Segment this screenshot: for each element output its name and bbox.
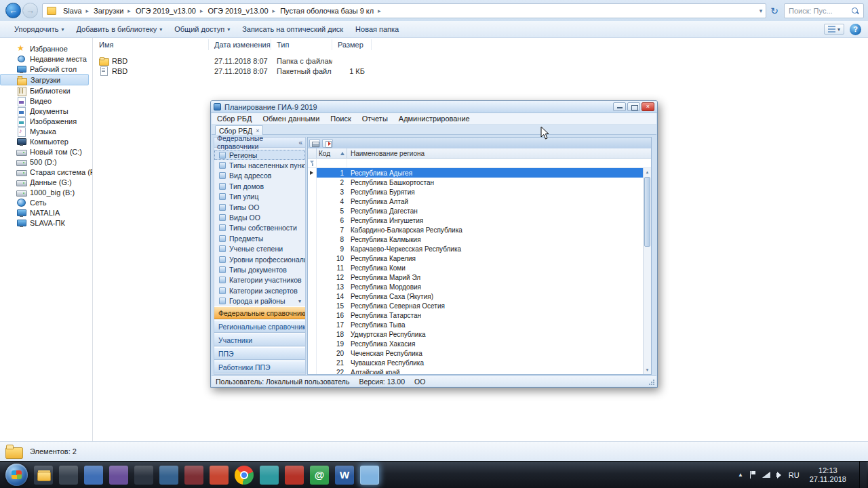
nav-pane-item[interactable]: Загрузки <box>0 74 89 85</box>
scroll-down-icon[interactable]: ▼ <box>644 366 651 374</box>
search-input[interactable]: Поиск: Пус... <box>784 3 864 18</box>
nav-pane-item[interactable]: Музыка <box>0 126 92 136</box>
breadcrumb-segment[interactable]: ОГЭ 2019_v13.00 <box>132 4 205 18</box>
table-row[interactable]: 15 Республика Северная Осетия <box>308 301 643 310</box>
reference-item[interactable]: Уровни профессионального обр... ▾ <box>214 254 305 264</box>
filter-code-cell[interactable] <box>317 159 347 167</box>
table-row[interactable]: 19 Республика Хакасия <box>308 339 643 348</box>
nav-pane-item[interactable]: SLAVA-ПК <box>0 218 92 228</box>
taskbar-icon[interactable] <box>235 466 254 485</box>
app-titlebar[interactable]: Планирование ГИА-9 2019 × <box>211 101 657 113</box>
action-center-icon[interactable] <box>749 471 756 479</box>
nav-pane-item[interactable]: 1000_big (B:) <box>0 187 92 197</box>
column-header-type[interactable]: Тип <box>271 39 332 50</box>
table-row[interactable]: 3 Республика Бурятия <box>308 187 643 197</box>
close-button[interactable]: × <box>642 102 654 111</box>
start-button[interactable] <box>5 464 28 486</box>
menu-item[interactable]: Поиск <box>330 115 351 123</box>
nav-pane-item[interactable]: Избранное <box>0 43 92 54</box>
breadcrumb-segment[interactable]: Загрузки <box>90 4 132 18</box>
toolbar-button[interactable]: Записать на оптический диск ▾ <box>236 23 349 35</box>
taskbar-icon[interactable] <box>285 466 304 485</box>
table-row[interactable]: 21 Чувашская Республика <box>308 358 643 367</box>
breadcrumb-segment[interactable]: Пустая оболочка базы 9 кл <box>277 4 382 18</box>
table-row[interactable]: 17 Республика Тыва <box>308 320 643 329</box>
scroll-up-icon[interactable]: ▲ <box>644 168 651 176</box>
table-row[interactable]: 11 Республика Коми <box>308 263 643 272</box>
nav-pane-item[interactable]: Видео <box>0 96 92 106</box>
menu-item[interactable]: Администрирование <box>399 115 470 123</box>
breadcrumb-segment[interactable]: Slava <box>60 4 90 18</box>
reference-item[interactable]: Типы ОО ▾ <box>214 202 305 212</box>
help-button[interactable]: ? <box>850 24 861 35</box>
table-row[interactable]: 7 Кабардино-Балкарская Республика <box>308 225 643 235</box>
minimize-button[interactable] <box>613 102 626 111</box>
reference-item[interactable]: Предметы ▾ <box>214 233 305 243</box>
toolbar-button[interactable]: Добавить в библиотеку ▾ <box>70 23 168 35</box>
breadcrumb[interactable]: SlavaЗагрузкиОГЭ 2019_v13.00ОГЭ 2019_v13… <box>42 3 766 18</box>
volume-icon[interactable] <box>776 473 779 477</box>
nav-pane-item[interactable]: Сеть <box>0 197 92 207</box>
reference-item[interactable]: Города и районы ▾ <box>214 296 305 305</box>
taskbar-icon[interactable] <box>210 466 229 485</box>
taskbar-icon[interactable] <box>184 466 203 485</box>
hidden-icons-button[interactable]: ▲ <box>738 472 743 478</box>
panel-header[interactable]: Федеральные справочники « <box>214 138 305 148</box>
grid-column-name[interactable]: Наименование региона <box>347 148 651 158</box>
grid-filter-row[interactable] <box>308 159 651 168</box>
breadcrumb-segment[interactable]: ОГЭ 2019_v13.00 <box>205 4 277 18</box>
nav-pane-item[interactable]: Компьютер <box>0 136 92 146</box>
table-row[interactable]: 9 Карачаево-Черкесская Республика <box>308 244 643 253</box>
taskbar-icon[interactable] <box>109 466 128 485</box>
scroll-down-icon[interactable]: ▾ <box>298 298 301 304</box>
accordion-group[interactable]: Федеральные справочники <box>214 306 305 319</box>
network-icon[interactable] <box>762 472 770 478</box>
tab-sbor-rbd[interactable]: Сбор РБД × <box>215 125 263 135</box>
taskbar-icon[interactable] <box>260 466 279 485</box>
reference-item[interactable]: Категории экспертов ▾ <box>214 285 305 296</box>
reference-item[interactable]: Вид адресов ▾ <box>214 171 305 181</box>
reference-item[interactable]: Регионы ▾ <box>214 150 305 160</box>
accordion-group[interactable]: ППЭ <box>214 347 305 360</box>
tab-close-icon[interactable]: × <box>256 127 259 134</box>
table-row[interactable]: 10 Республика Карелия <box>308 253 643 263</box>
print-button[interactable] <box>309 139 320 148</box>
vertical-scrollbar[interactable]: ▲ ▼ <box>643 168 651 374</box>
accordion-group[interactable]: Участники <box>214 333 305 346</box>
refresh-button[interactable]: ↻ <box>768 3 781 18</box>
table-row[interactable]: 22 Алтайский край <box>308 367 643 374</box>
reference-item[interactable]: Тип домов ▾ <box>214 181 305 191</box>
toolbar-button[interactable]: Общий доступ ▾ <box>168 23 236 35</box>
nav-pane-item[interactable]: Данные (G:) <box>0 177 92 187</box>
language-indicator[interactable]: RU <box>789 471 800 479</box>
scrollbar-thumb[interactable] <box>644 177 650 247</box>
menu-item[interactable]: Отчеты <box>362 115 388 123</box>
table-row[interactable]: 14 Республика Саха (Якутия) <box>308 291 643 301</box>
nav-pane-item[interactable]: Новый том (C:) <box>0 146 92 157</box>
column-header-name[interactable]: Имя <box>94 39 209 50</box>
column-header-date[interactable]: Дата изменения <box>209 39 271 50</box>
table-row[interactable]: 4 Республика Алтай <box>308 197 643 206</box>
taskbar-icon[interactable]: @ <box>310 466 329 485</box>
grid-column-code[interactable]: Код <box>317 148 347 158</box>
table-row[interactable]: 20 Чеченская Республика <box>308 348 643 358</box>
show-desktop-button[interactable] <box>859 462 867 488</box>
views-button[interactable]: ▾ <box>824 24 844 35</box>
menu-item[interactable]: Обмен данными <box>263 115 320 123</box>
nav-pane-item[interactable]: Документы <box>0 106 92 116</box>
table-row[interactable]: 1 Республика Адыгея <box>308 168 643 178</box>
accordion-group[interactable]: Работники ППЭ <box>214 361 305 373</box>
accordion-group[interactable]: Региональные справочники <box>214 320 305 333</box>
toolbar-button[interactable]: Новая папка ▾ <box>349 23 405 35</box>
menu-item[interactable]: Сбор РБД <box>217 115 252 123</box>
taskbar-icon[interactable] <box>34 466 53 485</box>
taskbar-icon[interactable]: W <box>335 466 354 485</box>
reference-item[interactable]: Категории участников ▾ <box>214 275 305 285</box>
taskbar-icon[interactable] <box>59 466 78 485</box>
taskbar-icon[interactable] <box>159 466 178 485</box>
table-row[interactable]: 2 Республика Башкортостан <box>308 178 643 187</box>
reference-item[interactable]: Ученые степени ▾ <box>214 244 305 254</box>
back-button[interactable]: ← <box>5 3 21 18</box>
reference-item[interactable]: Типы документов ▾ <box>214 264 305 274</box>
table-row[interactable]: 8 Республика Калмыкия <box>308 235 643 244</box>
